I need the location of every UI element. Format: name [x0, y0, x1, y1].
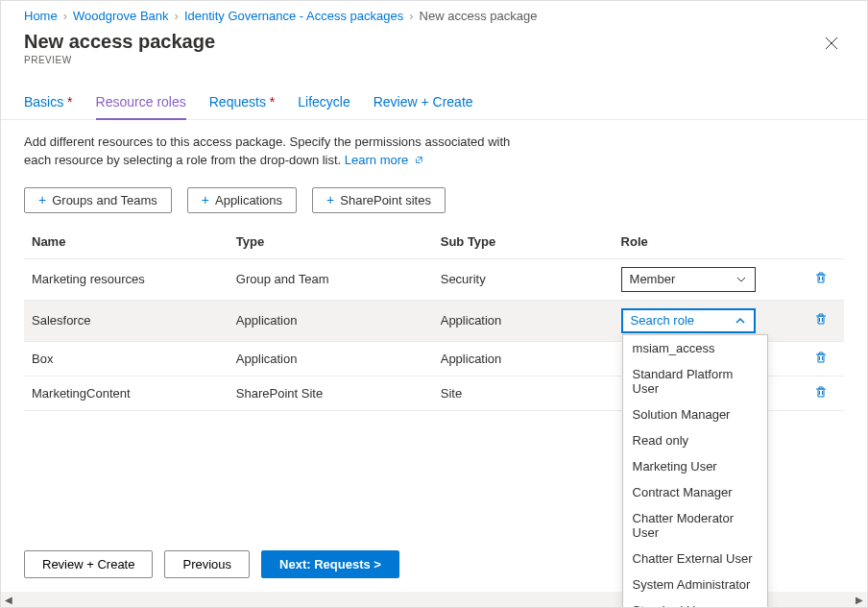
dropdown-option[interactable]: Chatter Moderator User	[623, 505, 767, 546]
delete-button[interactable]	[813, 350, 829, 365]
table-row[interactable]: Marketing resources Group and Team Secur…	[24, 258, 844, 300]
delete-button[interactable]	[813, 311, 829, 327]
col-name[interactable]: Name	[24, 227, 229, 259]
learn-more-link[interactable]: Learn more	[345, 153, 423, 167]
scroll-left-icon[interactable]: ◀	[1, 595, 16, 605]
cell-subtype: Application	[433, 341, 614, 376]
delete-button[interactable]	[813, 384, 829, 400]
chevron-down-icon	[735, 274, 747, 285]
dropdown-option[interactable]: Marketing User	[623, 453, 767, 479]
delete-button[interactable]	[813, 270, 829, 285]
tab-requests[interactable]: Requests *	[209, 88, 276, 119]
panel: Home › Woodgrove Bank › Identity Governa…	[0, 0, 868, 608]
description-text: Add different resources to this access p…	[24, 134, 510, 167]
cell-name: Salesforce	[24, 300, 229, 341]
cell-subtype: Security	[433, 258, 614, 300]
tab-resource-roles[interactable]: Resource roles	[96, 88, 186, 119]
breadcrumb-current: New access package	[420, 9, 538, 23]
col-role[interactable]: Role	[614, 227, 806, 259]
dropdown-option[interactable]: Contract Manager	[623, 479, 767, 505]
cell-name: Marketing resources	[24, 258, 229, 300]
dropdown-option[interactable]: msiam_access	[623, 335, 767, 361]
tab-lifecycle[interactable]: Lifecycle	[298, 88, 350, 119]
preview-label: PREVIEW	[24, 55, 215, 65]
cell-type: Group and Team	[229, 258, 433, 300]
plus-icon: +	[326, 193, 334, 207]
chevron-right-icon: ›	[409, 9, 413, 23]
cell-type: SharePoint Site	[229, 376, 433, 410]
dropdown-option[interactable]: System Administrator	[623, 572, 767, 597]
add-sharepoint-button[interactable]: +SharePoint sites	[312, 187, 446, 213]
scroll-right-icon[interactable]: ▶	[852, 595, 867, 605]
description: Add different resources to this access p…	[1, 120, 539, 170]
breadcrumb-woodgrove[interactable]: Woodgrove Bank	[73, 9, 169, 23]
plus-icon: +	[202, 193, 209, 207]
col-type[interactable]: Type	[229, 227, 433, 259]
cell-type: Application	[229, 300, 433, 341]
dropdown-option[interactable]: Standard Platform User	[623, 361, 767, 401]
next-button[interactable]: Next: Requests >	[261, 550, 399, 578]
role-dropdown[interactable]: msiam_accessStandard Platform UserSoluti…	[622, 334, 768, 608]
dropdown-option[interactable]: Standard User	[623, 597, 767, 608]
close-button[interactable]	[819, 31, 844, 59]
col-subtype[interactable]: Sub Type	[433, 227, 614, 259]
header: New access package PREVIEW	[1, 29, 867, 65]
required-indicator: *	[63, 94, 72, 109]
add-groups-button[interactable]: +Groups and Teams	[24, 187, 172, 213]
chevron-up-icon	[735, 315, 746, 327]
review-create-button[interactable]: Review + Create	[24, 550, 153, 578]
add-resource-buttons: +Groups and Teams +Applications +SharePo…	[1, 170, 867, 227]
cell-name: Box	[24, 341, 229, 376]
footer-buttons: Review + Create Previous Next: Requests …	[24, 550, 399, 578]
dropdown-option[interactable]: Solution Manager	[623, 401, 767, 427]
cell-type: Application	[229, 341, 433, 376]
tabs: Basics * Resource roles Requests * Lifec…	[1, 65, 867, 120]
plus-icon: +	[38, 193, 46, 207]
role-select[interactable]: Member	[621, 267, 756, 292]
dropdown-option[interactable]: Read only	[623, 427, 767, 453]
cell-name: MarketingContent	[24, 376, 229, 410]
close-icon	[825, 36, 838, 50]
breadcrumb-identity-governance[interactable]: Identity Governance - Access packages	[184, 9, 403, 23]
breadcrumb-home[interactable]: Home	[24, 9, 58, 23]
dropdown-option[interactable]: Chatter External User	[623, 546, 767, 572]
required-indicator: *	[266, 94, 275, 109]
chevron-right-icon: ›	[63, 9, 67, 23]
previous-button[interactable]: Previous	[164, 550, 250, 578]
page-title: New access package	[24, 31, 215, 53]
role-select[interactable]: Search role	[621, 308, 756, 333]
breadcrumb: Home › Woodgrove Bank › Identity Governa…	[1, 1, 867, 29]
add-applications-button[interactable]: +Applications	[187, 187, 297, 213]
cell-subtype: Application	[433, 300, 614, 341]
tab-basics[interactable]: Basics *	[24, 88, 73, 119]
cell-subtype: Site	[433, 376, 614, 410]
chevron-right-icon: ›	[175, 9, 179, 23]
external-link-icon	[414, 156, 423, 165]
tab-review-create[interactable]: Review + Create	[374, 88, 473, 119]
